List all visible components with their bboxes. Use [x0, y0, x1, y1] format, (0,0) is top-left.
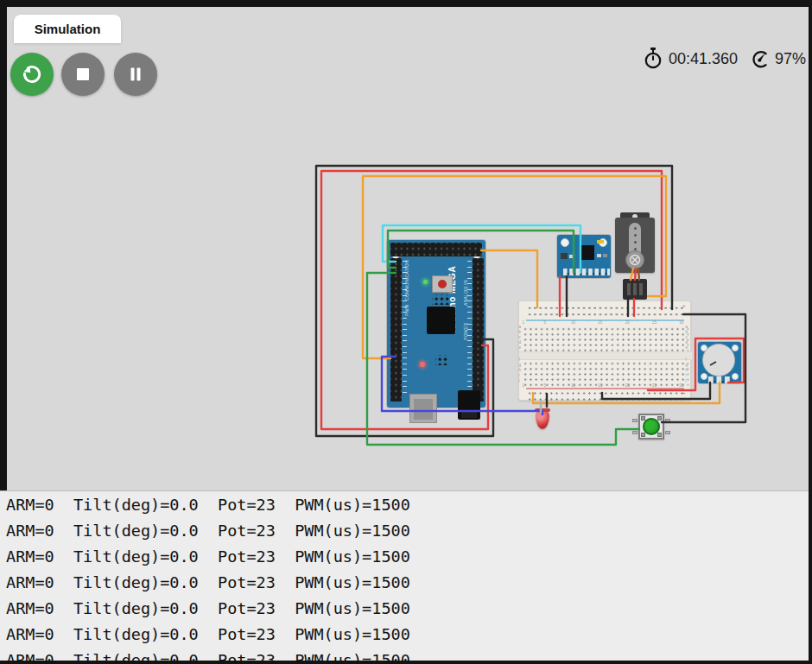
serial-monitor[interactable]: ARM=0 Tilt(deg)=0.0 Pot=23 PWM(us)=1500 … — [0, 490, 809, 661]
breadboard-label: h — [686, 368, 688, 372]
led-flange — [535, 408, 550, 412]
usb-connector — [409, 394, 437, 423]
breadboard-label: e — [519, 345, 522, 350]
restart-icon — [20, 62, 44, 86]
stopwatch-icon — [643, 47, 663, 71]
breadboard-label: d — [686, 340, 688, 345]
button-pin — [665, 431, 670, 434]
arduino-group-label: COMMUNICATION — [404, 259, 409, 300]
breadboard-label: 30 — [679, 320, 683, 325]
breadboard-label: 10 — [571, 383, 575, 388]
micro-servo[interactable] — [615, 212, 655, 275]
frame-top — [0, 0, 812, 7]
smd-part — [561, 253, 568, 259]
top-rail-line — [526, 319, 684, 321]
right-header — [473, 258, 484, 402]
arduino-mega-board[interactable]: COMMUNICATION PWM ANALOG IN POWER Arduin… — [387, 240, 485, 408]
plus-mark: + — [682, 390, 686, 395]
breadboard-label: 1 — [523, 320, 525, 325]
smd-part — [603, 254, 607, 257]
smd-part — [569, 255, 574, 258]
breadboard-label: c — [686, 335, 688, 339]
button-pin — [665, 419, 670, 422]
circuit-canvas[interactable]: COMMUNICATION PWM ANALOG IN POWER Arduin… — [7, 99, 809, 490]
breadboard-label: 5 — [544, 383, 547, 388]
restart-button[interactable] — [10, 53, 54, 96]
gauge-icon — [750, 49, 770, 69]
breadboard-label: c — [519, 335, 521, 339]
arduino-reset-button[interactable] — [432, 275, 453, 293]
breadboard-label: 1 — [523, 383, 525, 388]
pause-button[interactable] — [114, 53, 157, 96]
horn-hole — [634, 227, 637, 230]
connector-slot — [639, 283, 643, 295]
button-contact — [641, 433, 645, 437]
arduino-group-label: ANALOG IN — [463, 276, 468, 306]
rows-f-j — [523, 361, 688, 386]
tab-simulation[interactable]: Simulation — [14, 15, 121, 43]
plus-mark: + — [682, 303, 686, 308]
serial-line: ARM=0 Tilt(deg)=0.0 Pot=23 PWM(us)=1500 — [6, 622, 809, 648]
imu-module[interactable] — [557, 235, 611, 278]
serial-line: ARM=0 Tilt(deg)=0.0 Pot=23 PWM(us)=1500 — [6, 570, 809, 596]
breadboard-label: f — [519, 357, 520, 362]
servo-hub — [625, 250, 644, 269]
led-bulb — [536, 410, 549, 429]
arduino-group-label: POWER — [463, 321, 468, 340]
breadboard-label: b — [686, 330, 688, 334]
left-header — [390, 258, 402, 402]
top-rail-holes — [527, 305, 683, 319]
jack-base — [461, 411, 477, 418]
breadboard-label: e — [686, 345, 688, 350]
breadboard-label: i — [519, 373, 520, 377]
smd-part — [597, 254, 601, 257]
serial-line: ARM=0 Tilt(deg)=0.0 Pot=23 PWM(us)=1500 — [6, 518, 809, 544]
breadboard-label: 25 — [652, 320, 657, 325]
potentiometer-knob[interactable] — [702, 344, 735, 376]
breadboard-label: 20 — [625, 320, 630, 325]
center-channel — [519, 351, 692, 360]
red-led[interactable] — [535, 408, 550, 431]
serial-line: ARM=0 Tilt(deg)=0.0 Pot=23 PWM(us)=1500 — [6, 492, 809, 518]
stop-icon — [74, 66, 92, 83]
frame-right — [809, 0, 812, 664]
breadboard-label: 20 — [625, 383, 630, 388]
serial-line: ARM=0 Tilt(deg)=0.0 Pot=23 PWM(us)=1500 — [6, 544, 809, 570]
button-contact — [657, 416, 662, 421]
simulation-status: 00:41.360 97% — [643, 46, 806, 72]
tab-simulation-label: Simulation — [35, 22, 101, 36]
breadboard-label: 30 — [679, 383, 683, 388]
mcu-chip — [427, 307, 455, 334]
servo-connector — [623, 279, 647, 300]
green-pushbutton[interactable] — [638, 414, 664, 440]
button-contact — [657, 433, 662, 437]
power-jack — [458, 390, 480, 420]
serial-line: ARM=0 Tilt(deg)=0.0 Pot=23 PWM(us)=1500 — [6, 596, 809, 622]
potentiometer-module[interactable] — [698, 342, 741, 383]
breadboard-label: a — [519, 325, 522, 329]
mount-hole — [561, 238, 569, 247]
pause-icon — [127, 66, 144, 83]
breadboard-label: j — [519, 378, 520, 383]
breadboard-label: j — [686, 378, 687, 383]
capacitor — [597, 240, 604, 243]
connector-slot — [633, 283, 637, 295]
simulation-performance: 97% — [775, 50, 806, 68]
breadboard-label: i — [686, 373, 687, 377]
button-pin — [632, 419, 638, 422]
rows-a-e — [523, 326, 688, 351]
breadboard-label: b — [519, 330, 522, 334]
stop-button[interactable] — [61, 53, 105, 96]
horn-hole — [634, 241, 637, 243]
breadboard-label: f — [686, 357, 687, 362]
simulation-panel: Simulation — [0, 0, 812, 664]
icsp-header — [432, 294, 449, 305]
frame-left — [0, 7, 7, 490]
reset-cap — [438, 280, 447, 288]
simulation-time: 00:41.360 — [669, 50, 738, 68]
serial-line: ARM=0 Tilt(deg)=0.0 Pot=23 PWM(us)=1500 — [6, 648, 809, 664]
pot-pins — [708, 376, 733, 383]
icsp2-header — [435, 355, 447, 365]
imu-chip — [580, 245, 594, 260]
horn-hole — [634, 234, 637, 237]
